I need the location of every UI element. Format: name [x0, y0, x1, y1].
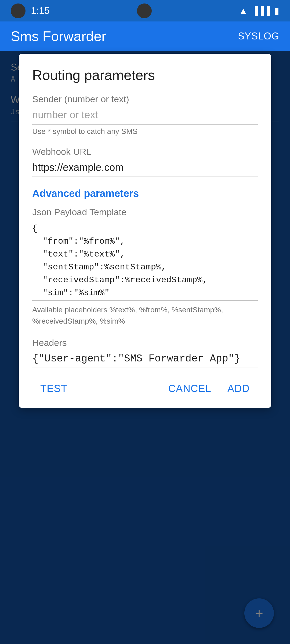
routing-dialog: Routing parameters Sender (number or tex…	[19, 54, 271, 408]
webhook-input[interactable]	[32, 160, 258, 177]
headers-label: Headers	[32, 338, 258, 348]
status-right: ▲ ▐▐▐ ▮	[239, 6, 279, 16]
status-time: 1:15	[31, 5, 50, 16]
sender-label: Sender (number or text)	[32, 94, 258, 104]
webhook-label: Webhook URL	[32, 147, 258, 157]
signal-icon: ▐▐▐	[252, 6, 270, 16]
add-button[interactable]: ADD	[219, 378, 258, 400]
dialog-actions: TEST CANCEL ADD	[19, 372, 271, 408]
status-bar-left: 1:15	[11, 3, 50, 18]
sender-field-group: Sender (number or text) Use * symbol to …	[32, 94, 258, 136]
sender-hint: Use * symbol to catch any SMS	[32, 127, 258, 136]
battery-icon: ▮	[274, 6, 279, 16]
app-bar: Sms Forwarder SYSLOG	[0, 21, 290, 51]
syslog-button[interactable]: SYSLOG	[238, 31, 279, 42]
status-bar: 1:15 ▲ ▐▐▐ ▮	[0, 0, 290, 21]
status-center	[137, 3, 152, 18]
sender-input[interactable]	[32, 107, 258, 125]
app-title: Sms Forwarder	[11, 28, 106, 44]
dialog-overlay: Routing parameters Sender (number or tex…	[0, 51, 290, 644]
json-payload-hint: Available placeholders %text%, %from%, %…	[32, 304, 258, 327]
dialog-title: Routing parameters	[32, 67, 258, 83]
status-dot-left	[11, 3, 26, 18]
dialog-scroll-area[interactable]: Routing parameters Sender (number or tex…	[19, 54, 271, 372]
wifi-icon: ▲	[239, 6, 248, 16]
webhook-field-group: Webhook URL	[32, 147, 258, 177]
advanced-section-title: Advanced parameters	[32, 188, 258, 199]
json-payload-input[interactable]: { "from":"%from%", "text":"%text%", "sen…	[32, 220, 258, 301]
headers-input[interactable]	[32, 351, 258, 368]
json-payload-label: Json Payload Template	[32, 207, 258, 217]
headers-field-group: Headers	[32, 338, 258, 368]
cancel-button[interactable]: CANCEL	[160, 378, 219, 400]
status-dot-center	[137, 3, 152, 18]
test-button[interactable]: TEST	[32, 378, 75, 400]
json-payload-field-group: Json Payload Template { "from":"%from%",…	[32, 207, 258, 327]
